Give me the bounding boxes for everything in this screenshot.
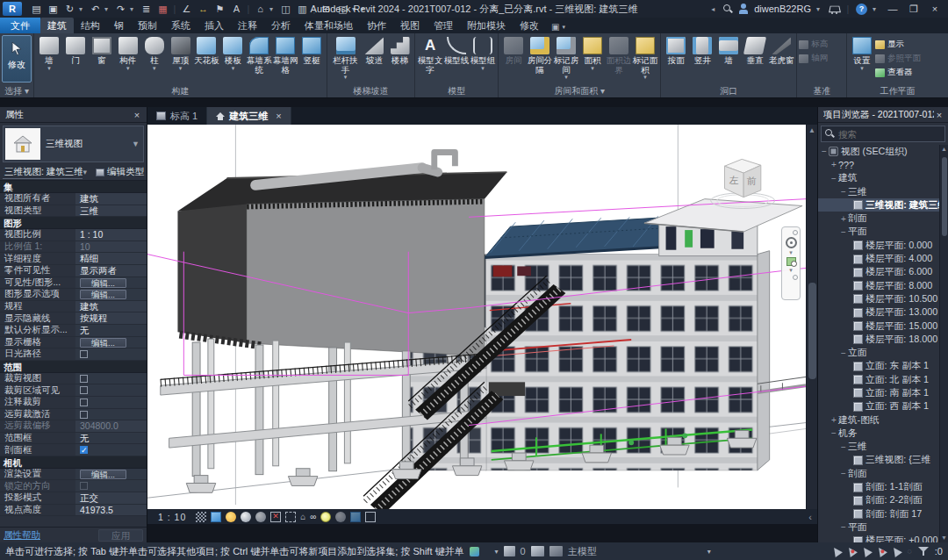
mullion-tool[interactable]: 竖梃 [298, 35, 325, 66]
tree-item[interactable]: 剖面: 剖面 17 [818, 507, 948, 521]
show-work-plane-tool[interactable]: 显示 [875, 39, 921, 50]
section-header[interactable]: 集 [0, 181, 147, 193]
visual-style-icon[interactable] [211, 512, 221, 522]
view-tab-3d[interactable]: 建筑三维 × [207, 107, 291, 125]
view-tab-level1[interactable]: 标高 1 [147, 107, 207, 125]
property-row[interactable]: 零件可见性显示两者 [0, 265, 147, 277]
opening-by-face-tool[interactable]: 按面 [663, 35, 689, 66]
user-avatar[interactable] [738, 4, 749, 14]
sync-icon[interactable]: ↻ [62, 2, 77, 16]
tree-scrollbar[interactable]: ▲ ▼ [939, 145, 948, 542]
close-icon[interactable]: × [934, 110, 944, 120]
property-row[interactable]: 视点高度41973.5 [0, 505, 147, 517]
tree-item[interactable]: −立面 [818, 346, 948, 359]
chevron-down-icon[interactable]: ▾ [789, 268, 793, 273]
redo-icon[interactable]: ↷ [113, 2, 128, 16]
temporary-view-properties-icon[interactable] [335, 512, 346, 522]
property-row[interactable]: 锁定的方向 [0, 480, 147, 492]
tab-view[interactable]: 视图 [393, 18, 427, 33]
dormer-opening-tool[interactable]: 老虎窗 [768, 35, 794, 66]
property-row[interactable]: 视图所有者建筑 [0, 193, 147, 205]
navbar-options-icon[interactable] [793, 275, 798, 280]
search-icon[interactable] [723, 4, 733, 14]
rendering-dialog-icon[interactable] [255, 512, 266, 522]
property-row[interactable]: 投影模式正交 [0, 492, 147, 505]
tab-insert[interactable]: 插入 [198, 18, 231, 33]
property-row[interactable]: 详细程度精细 [0, 253, 147, 265]
property-row[interactable]: 图形显示选项编辑... [0, 289, 147, 301]
search-input[interactable] [838, 129, 941, 140]
worksets-icon[interactable] [531, 546, 544, 556]
minimize-button[interactable]: — [885, 4, 901, 14]
property-row[interactable]: 裁剪视图 [0, 373, 147, 385]
edit-button[interactable]: 编辑... [80, 338, 126, 348]
qat-customize-icon[interactable]: ▾ [361, 5, 368, 13]
tab-modify[interactable]: 修改 [513, 18, 546, 33]
properties-help-link[interactable]: 属性帮助 [4, 529, 40, 542]
ref-plane-tool[interactable]: 参照平面 [875, 53, 921, 64]
scroll-up-icon[interactable]: ▲ [940, 145, 948, 154]
save-icon[interactable]: ▣ [46, 2, 61, 16]
property-row[interactable]: 比例值 1:10 [0, 241, 147, 254]
user-name[interactable]: diwenB22RG [754, 4, 811, 14]
type-selector[interactable]: 三维视图 ▼ [3, 126, 144, 162]
tab-systems[interactable]: 系统 [164, 18, 198, 33]
wall-tool[interactable]: 墙 [36, 35, 62, 70]
checkbox[interactable] [80, 375, 88, 383]
tree-item[interactable]: 楼层平面: 0.000 [818, 239, 948, 252]
property-row[interactable]: 视图类型三维 [0, 205, 147, 218]
tree-item[interactable]: 楼层平面: 6.000 [818, 266, 948, 279]
property-row[interactable]: 剖面框 [0, 444, 147, 456]
aligned-dimension-icon[interactable]: ↔ [196, 2, 211, 16]
tag-room-tool[interactable]: 标记房间 [553, 35, 579, 79]
tree-item[interactable]: 立面: 东 副本 1 [818, 360, 948, 373]
tree-item[interactable]: 立面: 西 副本 1 [818, 400, 948, 413]
tree-item[interactable]: 剖面: 1-1剖面 [818, 480, 948, 493]
tree-item[interactable]: 楼层平面: 4.000 [818, 252, 948, 265]
transfer-icon[interactable]: ▦ [155, 2, 170, 16]
property-row[interactable]: 远剪裁偏移304800.0 [0, 420, 147, 433]
active-design-option[interactable]: 主模型 [568, 545, 597, 558]
property-row[interactable]: 视图比例1 : 10 [0, 229, 147, 241]
steering-wheel-icon[interactable] [786, 237, 797, 248]
zoom-tool-icon[interactable] [786, 257, 796, 266]
column-tool[interactable]: 柱 [141, 35, 168, 70]
scroll-up-icon[interactable]: ▲ [807, 125, 817, 136]
tree-item[interactable]: +建筑-图纸 [818, 413, 948, 427]
redo-caret-icon[interactable]: ▾ [130, 5, 137, 13]
ribbon-display-toggle[interactable]: ▣▾ [551, 22, 565, 33]
tab-architecture[interactable]: 建筑 [40, 18, 74, 33]
view-scale[interactable]: 1 : 10 [153, 512, 191, 522]
modify-button[interactable]: 修改 [2, 35, 32, 83]
model-line-tool[interactable]: 模型线 [443, 35, 470, 66]
property-row[interactable]: 范围框无 [0, 433, 147, 445]
room-separator-tool[interactable]: 房间分隔 [527, 35, 553, 75]
tab-precast[interactable]: 预制 [131, 18, 164, 33]
select-pinned-icon[interactable] [860, 545, 873, 557]
property-row[interactable]: 规程建筑 [0, 301, 147, 313]
edit-button[interactable]: 编辑... [80, 290, 126, 299]
property-row[interactable]: 渲染设置编辑... [0, 469, 147, 481]
panel-label-room-area[interactable]: 房间和面积 ▾ [499, 85, 660, 97]
roof-tool[interactable]: 屋顶 [168, 35, 194, 70]
property-row[interactable]: 日光路径 [0, 348, 147, 361]
tree-item[interactable]: −平面 [818, 521, 948, 534]
floor-tool[interactable]: 楼板 [219, 35, 246, 70]
canvas-vertical-scrollbar[interactable]: ▲ [806, 125, 817, 509]
tree-item[interactable]: 楼层平面: 10.500 [818, 292, 948, 305]
close-tab-icon[interactable]: × [276, 111, 281, 121]
wall-opening-tool[interactable]: 墙 [715, 35, 742, 66]
text-icon[interactable]: A [229, 2, 244, 16]
tree-item[interactable]: −三维 [818, 441, 948, 454]
select-links-icon[interactable] [830, 545, 843, 557]
tree-item[interactable]: 三维视图: {三维 [818, 454, 948, 467]
thin-lines-icon[interactable]: ▥ [295, 2, 310, 16]
filter-icon[interactable] [918, 546, 929, 556]
tree-item[interactable]: −剖面 [818, 467, 948, 480]
hscroll-left-icon[interactable]: ‹ [808, 512, 812, 522]
tag-area-tool[interactable]: 标记面积 [632, 35, 658, 79]
area-boundary-tool[interactable]: 面积边界 [606, 35, 632, 75]
3d-model-view[interactable]: 左 前 [147, 125, 806, 509]
viewcube-front-label[interactable]: 前 [747, 176, 757, 186]
window-tool[interactable]: 窗 [89, 35, 115, 66]
